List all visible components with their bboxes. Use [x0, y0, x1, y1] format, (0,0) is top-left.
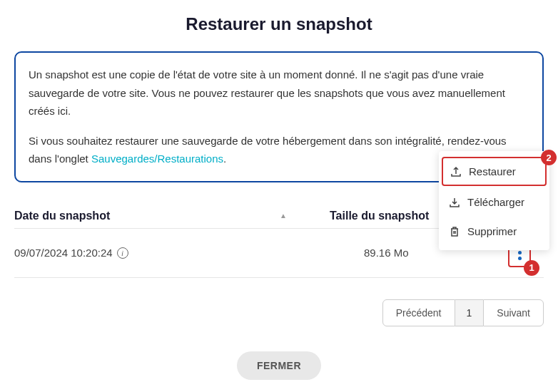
- trash-icon: [449, 226, 460, 237]
- annotation-badge-2: 2: [541, 150, 557, 165]
- download-icon: [449, 197, 460, 208]
- page-title: Restaurer un snapshot: [14, 14, 544, 34]
- backups-link[interactable]: Sauvegardes/Restaurations: [91, 153, 223, 165]
- menu-item-download[interactable]: Télécharger: [439, 187, 549, 217]
- info-paragraph-1: Un snapshot est une copie de l'état de v…: [29, 66, 529, 120]
- info-text-suffix: .: [223, 153, 226, 165]
- cell-date: 09/07/2024 10:20:24: [14, 247, 113, 259]
- menu-item-restore[interactable]: Restaurer 2: [442, 157, 547, 186]
- restore-icon: [450, 166, 462, 177]
- close-button[interactable]: FERMER: [237, 351, 321, 380]
- column-header-date[interactable]: Date du snapshot: [14, 210, 110, 222]
- actions-dropdown: Restaurer 2 Télécharger Supprimer: [439, 151, 549, 250]
- current-page: 1: [455, 299, 484, 326]
- annotation-badge-1: 1: [524, 260, 539, 276]
- pagination: Précédent 1 Suivant: [14, 299, 544, 326]
- menu-item-restore-label: Restaurer: [469, 165, 516, 177]
- prev-page-button[interactable]: Précédent: [382, 299, 455, 326]
- sort-indicator-icon[interactable]: ▲: [280, 212, 287, 220]
- menu-item-delete-label: Supprimer: [467, 225, 517, 237]
- info-icon[interactable]: i: [117, 247, 128, 259]
- menu-item-delete[interactable]: Supprimer: [439, 217, 549, 246]
- menu-item-download-label: Télécharger: [467, 196, 524, 208]
- next-page-button[interactable]: Suivant: [483, 299, 544, 326]
